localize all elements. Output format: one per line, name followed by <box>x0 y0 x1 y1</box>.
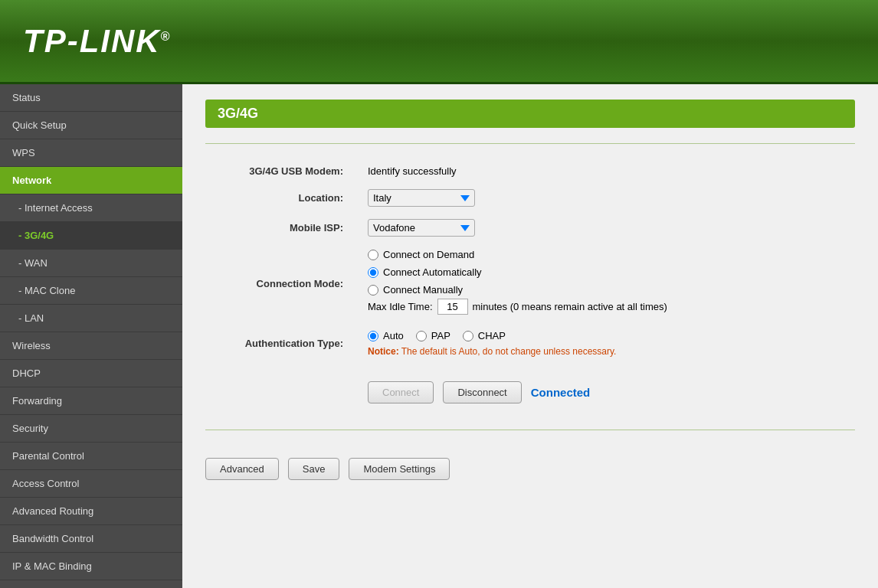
max-idle-row: Max Idle Time: minutes (0 means remain a… <box>368 296 846 318</box>
connection-mode-label: Connection Mode: <box>205 243 359 324</box>
content-area: 3G/4G 3G/4G USB Modem: Identify successf… <box>182 84 878 588</box>
sidebar-item-dhcp[interactable]: DHCP <box>0 360 182 387</box>
sidebar-item-forwarding[interactable]: Forwarding <box>0 387 182 415</box>
logo-text: TP-LINK <box>23 23 161 59</box>
header: TP-LINK® <box>0 0 878 84</box>
connection-mode-group: Connect on Demand Connect Automatically … <box>368 249 846 296</box>
location-row: Location: Italy United States United Kin… <box>205 183 855 213</box>
sidebar-item-status[interactable]: Status <box>0 84 182 112</box>
radio-demand-label: Connect on Demand <box>383 249 474 260</box>
sidebar-item-network[interactable]: Network <box>0 167 182 194</box>
connect-row: Connect Disconnect Connected <box>205 363 855 422</box>
bottom-button-row: Advanced Save Modem Settings <box>205 446 855 492</box>
mobile-isp-row: Mobile ISP: Vodafone TIM Wind 3 Italia <box>205 213 855 243</box>
connected-status: Connected <box>531 386 591 399</box>
modem-label: 3G/4G USB Modem: <box>205 159 359 183</box>
radio-auto-auth-input[interactable] <box>368 331 378 341</box>
location-cell: Italy United States United Kingdom Germa… <box>359 183 855 213</box>
radio-connect-automatically[interactable]: Connect Automatically <box>368 266 846 278</box>
sidebar-item-lan[interactable]: - LAN <box>0 305 182 332</box>
mobile-isp-cell: Vodafone TIM Wind 3 Italia <box>359 213 855 243</box>
radio-auto-input[interactable] <box>368 267 378 278</box>
sidebar-item-quick-setup[interactable]: Quick Setup <box>0 112 182 139</box>
max-idle-label: Max Idle Time: <box>368 301 433 312</box>
sidebar-item-internet-access[interactable]: - Internet Access <box>0 194 182 222</box>
sidebar-item-bandwidth-control[interactable]: Bandwidth Control <box>0 525 182 553</box>
disconnect-button[interactable]: Disconnect <box>443 381 521 403</box>
radio-pap-label: PAP <box>431 330 450 341</box>
sidebar-item-advanced-routing[interactable]: Advanced Routing <box>0 498 182 525</box>
divider-bottom <box>205 430 855 430</box>
radio-auto[interactable]: Auto <box>368 330 404 341</box>
notice-text: The default is Auto, do not change unles… <box>399 346 617 357</box>
sidebar-item-mac-clone[interactable]: - MAC Clone <box>0 277 182 305</box>
logo: TP-LINK® <box>23 23 171 60</box>
radio-chap-label: CHAP <box>478 330 506 341</box>
radio-auto-auth-label: Auto <box>383 330 404 341</box>
sidebar-item-wan[interactable]: - WAN <box>0 250 182 277</box>
max-idle-suffix: minutes (0 means remain active at all ti… <box>473 301 667 312</box>
connect-button-row: Connect Disconnect Connected <box>368 369 846 416</box>
radio-chap-input[interactable] <box>463 331 473 341</box>
radio-auto-label: Connect Automatically <box>383 266 482 278</box>
auth-type-cell: Auto PAP CHAP Notice: The default is Aut… <box>359 324 855 363</box>
auth-type-label: Authentication Type: <box>205 324 359 363</box>
radio-chap[interactable]: CHAP <box>463 330 506 341</box>
auth-type-group: Auto PAP CHAP <box>368 330 846 341</box>
radio-pap-input[interactable] <box>416 331 427 341</box>
radio-demand-input[interactable] <box>368 250 378 260</box>
modem-row: 3G/4G USB Modem: Identify successfully <box>205 159 855 183</box>
connection-mode-cell: Connect on Demand Connect Automatically … <box>359 243 855 324</box>
mobile-isp-select[interactable]: Vodafone TIM Wind 3 Italia <box>368 219 475 237</box>
sidebar-item-parental-control[interactable]: Parental Control <box>0 443 182 470</box>
logo-sup: ® <box>161 30 172 43</box>
modem-settings-button[interactable]: Modem Settings <box>349 458 450 480</box>
radio-connect-manually[interactable]: Connect Manually <box>368 284 846 296</box>
notice-row: Notice: The default is Auto, do not chan… <box>368 346 846 357</box>
divider-top <box>205 143 855 144</box>
modem-value: Identify successfully <box>359 159 855 183</box>
location-label: Location: <box>205 183 359 213</box>
connection-mode-row: Connection Mode: Connect on Demand Conne… <box>205 243 855 324</box>
save-button[interactable]: Save <box>288 458 340 480</box>
advanced-button[interactable]: Advanced <box>205 458 279 480</box>
sidebar-item-3g4g[interactable]: - 3G/4G <box>0 222 182 250</box>
connect-label-spacer <box>205 363 359 422</box>
radio-connect-on-demand[interactable]: Connect on Demand <box>368 249 846 260</box>
mobile-isp-label: Mobile ISP: <box>205 213 359 243</box>
radio-manual-input[interactable] <box>368 285 378 296</box>
radio-pap[interactable]: PAP <box>416 330 450 341</box>
sidebar-item-dynamic-dns[interactable]: Dynamic DNS <box>0 580 182 588</box>
page-title: 3G/4G <box>205 100 855 128</box>
connect-button[interactable]: Connect <box>368 381 434 403</box>
sidebar-item-ip-mac-binding[interactable]: IP & MAC Binding <box>0 553 182 580</box>
connect-cell: Connect Disconnect Connected <box>359 363 855 422</box>
sidebar-item-wireless[interactable]: Wireless <box>0 332 182 360</box>
sidebar-item-wps[interactable]: WPS <box>0 139 182 167</box>
sidebar-item-access-control[interactable]: Access Control <box>0 470 182 498</box>
auth-type-row: Authentication Type: Auto PAP <box>205 324 855 363</box>
sidebar: Status Quick Setup WPS Network - Interne… <box>0 84 182 588</box>
main-layout: Status Quick Setup WPS Network - Interne… <box>0 84 878 588</box>
max-idle-input[interactable] <box>437 299 468 315</box>
form-table: 3G/4G USB Modem: Identify successfully L… <box>205 159 855 422</box>
sidebar-item-security[interactable]: Security <box>0 415 182 443</box>
radio-manual-label: Connect Manually <box>383 284 463 296</box>
location-select[interactable]: Italy United States United Kingdom Germa… <box>368 189 475 207</box>
notice-label: Notice: <box>368 346 399 357</box>
